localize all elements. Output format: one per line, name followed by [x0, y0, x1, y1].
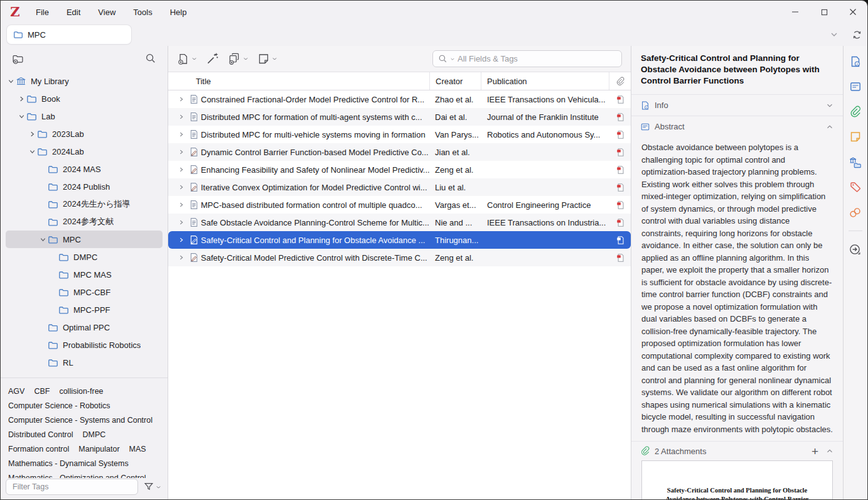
chevron-right-icon[interactable]	[16, 95, 26, 102]
tag-dmpc[interactable]: DMPC	[83, 428, 106, 442]
collection-book[interactable]: Book	[6, 90, 163, 107]
collection-my-library[interactable]: My Library	[6, 72, 163, 90]
chevron-down-icon[interactable]	[38, 236, 48, 243]
search-input[interactable]	[458, 54, 616, 63]
collection-mpc-mas[interactable]: MPC MAS	[6, 266, 163, 283]
tag-filter-options-button[interactable]	[142, 480, 163, 494]
item-row-5[interactable]: Enhancing Feasibility and Safety of Nonl…	[168, 161, 631, 178]
abstract-section-header[interactable]: Abstract	[631, 116, 843, 137]
column-header-publication[interactable]: Publication	[481, 72, 609, 90]
collection-mpc[interactable]: MPC	[6, 231, 163, 248]
menu-file[interactable]: File	[29, 5, 55, 19]
attachment-preview-card[interactable]: Safety-Critical Control and Planning for…	[641, 460, 833, 500]
collection-optimal-ppc[interactable]: Optimal PPC	[6, 318, 163, 336]
new-item-button[interactable]	[174, 50, 200, 68]
tab-mpc[interactable]: MPC	[7, 25, 131, 44]
maximize-button[interactable]	[810, 1, 839, 23]
tag-mas[interactable]: MAS	[129, 443, 146, 456]
item-row-8[interactable]: Safe Obstacle Avoidance Planning-Control…	[168, 214, 631, 231]
minimize-button[interactable]	[781, 1, 810, 23]
row-expand-chevron-icon[interactable]	[168, 202, 187, 208]
chevron-right-icon[interactable]	[27, 131, 37, 138]
chevron-up-icon[interactable]	[825, 447, 834, 455]
row-expand-chevron-icon[interactable]	[168, 184, 187, 190]
item-row-9[interactable]: Safety-Critical Control and Planning for…	[168, 231, 631, 249]
close-button[interactable]	[839, 1, 867, 23]
tag-selector: AGVCBFcollision-freeComputer Science - R…	[1, 378, 168, 478]
column-header-title[interactable]: Title	[168, 72, 429, 90]
collection-2023lab[interactable]: 2023Lab	[6, 125, 163, 143]
row-expand-chevron-icon[interactable]	[168, 237, 187, 243]
menu-view[interactable]: View	[92, 5, 122, 19]
chevron-down-icon[interactable]	[6, 78, 16, 85]
tag-computer-science-systems-and-control[interactable]: Computer Science - Systems and Control	[8, 414, 153, 427]
tab-list-chevron-down-icon[interactable]	[829, 30, 839, 40]
abstract-icon	[640, 122, 650, 132]
attachments-tab-icon[interactable]	[847, 104, 864, 120]
item-row-3[interactable]: Distributed MPC for multi-vehicle system…	[168, 126, 631, 143]
new-note-button[interactable]	[255, 50, 280, 68]
row-expand-chevron-icon[interactable]	[168, 131, 187, 138]
folder-icon	[37, 129, 48, 139]
info-tab-icon[interactable]	[847, 53, 864, 70]
item-row-7[interactable]: MPC-based distributed formation control …	[168, 196, 631, 214]
item-row-1[interactable]: Constrained Fractional-Order Model Predi…	[168, 90, 631, 108]
tags-tab-icon[interactable]	[847, 179, 864, 195]
tag-cbf[interactable]: CBF	[34, 385, 50, 398]
tag-agv[interactable]: AGV	[8, 385, 24, 398]
row-expand-chevron-icon[interactable]	[168, 254, 187, 261]
chevron-down-icon[interactable]	[27, 148, 37, 155]
new-collection-button[interactable]	[9, 50, 26, 67]
related-tab-icon[interactable]	[847, 204, 864, 220]
item-row-6[interactable]: Iterative Convex Optimization for Model …	[168, 178, 631, 196]
menu-help[interactable]: Help	[164, 5, 193, 19]
collection-2024lab[interactable]: 2024Lab	[6, 143, 163, 160]
chevron-up-icon[interactable]	[825, 122, 834, 131]
item-row-2[interactable]: Distributed MPC for formation of multi-a…	[168, 108, 631, 126]
row-expand-chevron-icon[interactable]	[168, 219, 187, 226]
collection-2024-mas[interactable]: 2024 MAS	[6, 160, 163, 178]
collection-2024-publish[interactable]: 2024 Publish	[6, 178, 163, 195]
attachments-section-header[interactable]: 2 Attachments +	[631, 441, 843, 460]
row-expand-chevron-icon[interactable]	[168, 114, 187, 120]
folder-icon	[37, 146, 48, 157]
row-expand-chevron-icon[interactable]	[168, 96, 187, 102]
column-header-attachment[interactable]	[609, 72, 631, 90]
add-by-identifier-button[interactable]	[203, 49, 222, 68]
sync-icon[interactable]	[852, 30, 862, 40]
tag-formation-control[interactable]: Formation control	[8, 443, 69, 456]
add-attachment-button[interactable]: +	[809, 445, 821, 457]
abstract-tab-icon[interactable]	[847, 79, 864, 95]
notes-tab-icon[interactable]	[847, 129, 864, 145]
tag-mathematics-dynamical-systems[interactable]: Mathematics - Dynamical Systems	[8, 457, 129, 470]
item-row-10[interactable]: Safety-Critical Model Predictive Control…	[168, 249, 631, 266]
tag-computer-science-robotics[interactable]: Computer Science - Robotics	[8, 399, 110, 413]
collection-rl[interactable]: RL	[6, 354, 163, 371]
collection-mpc-cbf[interactable]: MPC-CBF	[6, 283, 163, 301]
tag-filter-input[interactable]	[6, 479, 138, 495]
new-attachment-button[interactable]	[225, 49, 251, 68]
collections-search-button[interactable]	[142, 50, 159, 67]
libraries-collections-tab-icon[interactable]	[847, 154, 864, 170]
tag-distributed-control[interactable]: Distributed Control	[8, 428, 73, 442]
collection-dmpc[interactable]: DMPC	[6, 248, 163, 266]
chevron-down-icon[interactable]	[16, 113, 26, 120]
row-expand-chevron-icon[interactable]	[168, 166, 187, 173]
menu-edit[interactable]: Edit	[60, 5, 87, 19]
menu-tools[interactable]: Tools	[127, 5, 158, 19]
folder-icon	[58, 287, 70, 298]
chevron-down-icon[interactable]	[825, 101, 834, 110]
tag-collision-free[interactable]: collision-free	[59, 385, 103, 398]
collection-2024[interactable]: 2024先生から指導	[6, 195, 163, 213]
collection-lab[interactable]: Lab	[6, 107, 163, 125]
column-header-creator[interactable]: Creator	[429, 72, 481, 90]
row-expand-chevron-icon[interactable]	[168, 149, 187, 155]
tag-mathematics-optimization-and-control[interactable]: Mathematics - Optimization and Control	[8, 472, 146, 478]
collection-mpc-ppf[interactable]: MPC-PPF	[6, 301, 163, 318]
tag-manipulator[interactable]: Manipulator	[78, 443, 119, 456]
info-section-header[interactable]: Info	[631, 94, 843, 116]
locate-button[interactable]	[847, 241, 864, 258]
item-row-4[interactable]: Dynamic Control Barrier Function-based M…	[168, 143, 631, 161]
collection-2024[interactable]: 2024参考文献	[6, 213, 163, 231]
collection-probabilistic-robotics[interactable]: Probabilistic Robotics	[6, 336, 163, 354]
